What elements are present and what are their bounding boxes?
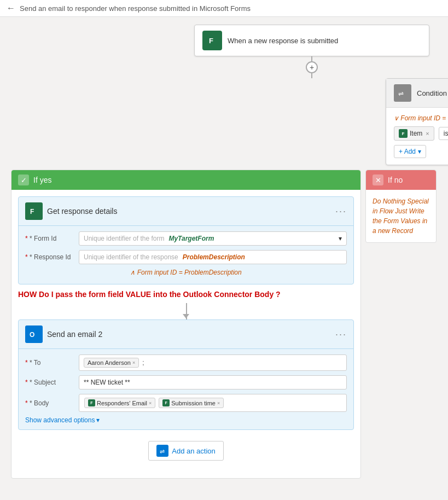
chip1-icon: F bbox=[88, 399, 95, 406]
x-icon: ✕ bbox=[373, 175, 383, 185]
branch-yes-label: If yes bbox=[33, 176, 51, 184]
to-input[interactable]: Aaron Anderson × ; bbox=[79, 354, 347, 371]
condition-title: Condition bbox=[417, 89, 447, 97]
to-row: * * To Aaron Anderson × ; bbox=[25, 354, 347, 371]
condition-icon: ⇌ bbox=[394, 84, 411, 102]
trigger-icon: F bbox=[202, 31, 222, 50]
branch-yes-header: ✓ If yes bbox=[11, 170, 360, 190]
send-email-header: O Send an email 2 ··· bbox=[19, 320, 353, 349]
branch-yes-body: F Get response details ··· * * Form Id bbox=[11, 190, 360, 478]
response-id-row: * * Response Id Unique identifier of the… bbox=[25, 250, 347, 264]
condition-add-button[interactable]: + Add ▾ bbox=[394, 145, 426, 158]
trigger-card: F When a new response is submitted bbox=[194, 25, 429, 56]
response-id-placeholder: Unique identifier of the response bbox=[84, 253, 178, 261]
to-chip: Aaron Anderson × bbox=[84, 358, 139, 368]
add-action-icon: ⇌ bbox=[156, 445, 168, 457]
to-chip-close[interactable]: × bbox=[132, 360, 135, 365]
svg-text:F: F bbox=[30, 208, 34, 216]
svg-text:O: O bbox=[30, 331, 34, 339]
show-advanced-button[interactable]: Show advanced options ▾ bbox=[25, 416, 347, 424]
send-email-menu[interactable]: ··· bbox=[335, 329, 347, 340]
tag-icon: F bbox=[399, 129, 408, 138]
add-action-row: ⇌ Add an action bbox=[18, 441, 354, 461]
send-email-card: O Send an email 2 ··· * * To bbox=[18, 319, 354, 430]
do-nothing-text: Do Nothing Special in Flow Just Write th… bbox=[373, 196, 429, 236]
form-id-input[interactable]: Unique identifier of the form MyTargetFo… bbox=[79, 231, 347, 246]
branch-no-header: ✕ If no bbox=[366, 170, 436, 190]
chip1-close[interactable]: × bbox=[149, 400, 152, 406]
body-input[interactable]: F Responders' Email × F Submission time … bbox=[79, 394, 347, 412]
chevron-down-advanced-icon: ▾ bbox=[96, 416, 100, 424]
send-email-title: Send an email 2 bbox=[47, 330, 331, 339]
chip2-icon: F bbox=[162, 399, 170, 406]
condition-block: ⇌ Condition ∨ Form input ID = MyProblemI… bbox=[386, 78, 448, 165]
get-response-body: * * Form Id Unique identifier of the for… bbox=[19, 226, 353, 284]
form-id-chevron: ▾ bbox=[339, 235, 342, 242]
condition-tag: F Item × bbox=[394, 126, 434, 141]
body-chip-2: F Submission time × bbox=[159, 398, 224, 408]
send-email-icon: O bbox=[25, 325, 43, 343]
add-connector-button[interactable]: + bbox=[306, 61, 318, 73]
page-title: Send an email to responder when response… bbox=[20, 4, 251, 13]
branch-no: ✕ If no Do Nothing Special in Flow Just … bbox=[365, 170, 437, 243]
get-response-card: F Get response details ··· * * Form Id bbox=[18, 196, 354, 284]
condition-row: F Item × is equal to ▾ StringValueHere bbox=[394, 126, 448, 141]
chip2-close[interactable]: × bbox=[217, 400, 220, 406]
subject-input[interactable]: ** NEW ticket ** bbox=[79, 375, 347, 389]
subject-label: * * Subject bbox=[25, 379, 74, 386]
add-action-button[interactable]: ⇌ Add an action bbox=[148, 441, 224, 461]
branch-yes: ✓ If yes F Get response details ··· bbox=[11, 170, 361, 479]
get-response-title: Get response details bbox=[47, 207, 331, 216]
svg-text:⇌: ⇌ bbox=[398, 90, 404, 97]
branch-no-label: If no bbox=[388, 176, 403, 184]
condition-operator-select[interactable]: is equal to ▾ bbox=[439, 127, 448, 140]
body-row: * * Body F Responders' Email × F bbox=[25, 394, 347, 412]
body-label: * * Body bbox=[25, 399, 74, 407]
body-chip-1: F Responders' Email × bbox=[84, 398, 155, 408]
form-id-value: MyTargetForm bbox=[168, 235, 214, 242]
response-id-label: * * Response Id bbox=[25, 253, 74, 261]
response-id-input[interactable]: Unique identifier of the response Proble… bbox=[79, 250, 347, 264]
semicolon: ; bbox=[142, 359, 144, 367]
tag-label: Item bbox=[410, 130, 422, 137]
check-icon: ✓ bbox=[18, 175, 29, 185]
branch-no-body: Do Nothing Special in Flow Just Write th… bbox=[366, 190, 436, 242]
form-id-placeholder: Unique identifier of the form bbox=[84, 235, 164, 242]
response-id-value: ProblemDescription bbox=[183, 253, 245, 261]
trigger-title: When a new response is submitted bbox=[228, 37, 338, 45]
question-text: HOW Do I pass the form field VALUE into … bbox=[18, 290, 354, 299]
top-bar: ← Send an email to responder when respon… bbox=[0, 0, 448, 17]
svg-text:⇌: ⇌ bbox=[160, 448, 165, 455]
back-button[interactable]: ← bbox=[7, 3, 15, 13]
form-id-row: * * Form Id Unique identifier of the for… bbox=[25, 231, 347, 246]
get-response-header: F Get response details ··· bbox=[19, 197, 353, 226]
chevron-down-icon-add: ▾ bbox=[418, 148, 421, 155]
get-response-icon: F bbox=[25, 202, 43, 220]
condition-header: ⇌ Condition bbox=[386, 79, 448, 108]
svg-text:F: F bbox=[209, 37, 213, 45]
response-annotation: ∧ Form input ID = ProblemDescription bbox=[25, 269, 347, 276]
down-arrow bbox=[18, 303, 354, 319]
to-label: * * To bbox=[25, 359, 74, 367]
condition-annotation: ∨ Form input ID = MyProblemIsWith bbox=[394, 114, 448, 122]
form-id-label: * * Form Id bbox=[25, 235, 74, 242]
send-email-body: * * To Aaron Anderson × ; bbox=[19, 349, 353, 429]
get-response-menu[interactable]: ··· bbox=[335, 206, 347, 217]
tag-close-button[interactable]: × bbox=[426, 130, 429, 137]
condition-body: ∨ Form input ID = MyProblemIsWith F Item… bbox=[386, 108, 448, 165]
subject-row: * * Subject ** NEW ticket ** bbox=[25, 375, 347, 389]
